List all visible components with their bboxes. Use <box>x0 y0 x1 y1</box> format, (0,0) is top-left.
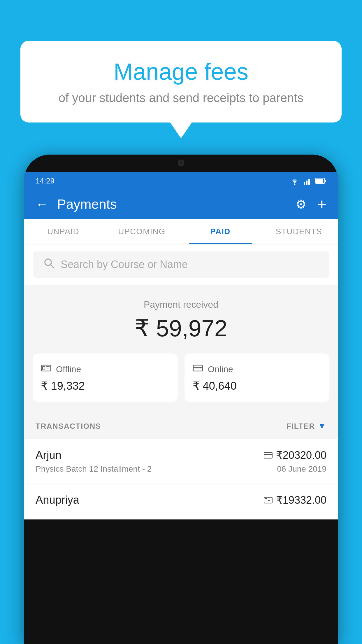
transactions-header: TRANSACTIONS FILTER ▼ <box>24 413 338 439</box>
svg-rect-16 <box>264 454 272 455</box>
tab-unpaid[interactable]: UNPAID <box>24 219 103 244</box>
svg-point-0 <box>294 184 296 185</box>
online-card-header: Online <box>193 363 321 375</box>
signal-icon <box>304 176 312 185</box>
speech-bubble-container: Manage fees of your students and send re… <box>20 41 342 123</box>
cash-icon <box>41 363 51 375</box>
transaction-date: 06 June 2019 <box>277 464 326 474</box>
svg-rect-10 <box>43 366 45 370</box>
table-row[interactable]: Anupriya ₹19332.00 <box>24 484 338 519</box>
payment-cards: Offline ₹ 19,332 <box>33 354 329 402</box>
table-row[interactable]: Arjun ₹20320.00 Physics Batch 12 Install… <box>24 439 338 484</box>
svg-line-8 <box>51 265 54 268</box>
svg-point-7 <box>45 259 51 265</box>
status-time: 14:29 <box>36 176 55 186</box>
transaction-course: Physics Batch 12 Installment - 2 <box>36 464 152 474</box>
main-content: Search by Course or Name Payment receive… <box>24 244 338 519</box>
back-button[interactable]: ← <box>36 197 48 211</box>
phone-top-bar <box>24 155 338 172</box>
online-label: Online <box>208 364 233 374</box>
svg-rect-18 <box>265 498 267 502</box>
settings-button[interactable]: ⚙ <box>296 197 307 211</box>
search-placeholder: Search by Course or Name <box>61 258 188 271</box>
svg-rect-17 <box>264 497 272 503</box>
search-bar[interactable]: Search by Course or Name <box>33 251 329 278</box>
svg-rect-14 <box>193 367 203 368</box>
svg-rect-2 <box>306 181 307 185</box>
header-title: Payments <box>57 196 287 212</box>
tab-students[interactable]: STUDENTS <box>260 219 338 244</box>
offline-label: Offline <box>56 364 81 374</box>
phone-notch <box>152 155 210 171</box>
search-icon <box>43 257 55 272</box>
transaction-top: Arjun ₹20320.00 <box>36 449 326 461</box>
tab-upcoming[interactable]: UPCOMING <box>103 219 181 244</box>
wifi-icon <box>289 176 300 185</box>
transaction-amount: ₹20320.00 <box>264 449 326 461</box>
card-icon <box>193 363 203 375</box>
phone-frame: 14:29 <box>24 155 338 644</box>
battery-icon <box>315 177 326 184</box>
svg-rect-6 <box>325 180 326 182</box>
card-payment-icon <box>264 452 273 459</box>
add-button[interactable]: + <box>317 195 326 213</box>
online-payment-card: Online ₹ 40,640 <box>184 354 329 402</box>
status-icons <box>289 176 326 185</box>
payment-total-amount: ₹ 59,972 <box>33 315 329 342</box>
payment-received-label: Payment received <box>33 299 329 310</box>
offline-payment-card: Offline ₹ 19,332 <box>33 354 178 402</box>
cash-payment-icon <box>264 497 273 504</box>
tab-bar: UNPAID UPCOMING PAID STUDENTS <box>24 219 338 244</box>
transaction-amount: ₹19332.00 <box>264 494 326 506</box>
svg-rect-1 <box>304 182 305 185</box>
app-header: ← Payments ⚙ + <box>24 190 338 219</box>
filter-icon: ▼ <box>318 421 326 431</box>
transaction-name: Arjun <box>36 449 61 461</box>
svg-rect-5 <box>316 179 323 183</box>
offline-card-header: Offline <box>41 363 169 375</box>
transactions-label: TRANSACTIONS <box>36 422 101 431</box>
speech-bubble: Manage fees of your students and send re… <box>20 41 342 123</box>
status-bar: 14:29 <box>24 172 338 190</box>
transaction-name: Anupriya <box>36 494 79 506</box>
transaction-bottom: Physics Batch 12 Installment - 2 06 June… <box>36 464 326 474</box>
online-amount: ₹ 40,640 <box>193 379 321 392</box>
transaction-top: Anupriya ₹19332.00 <box>36 494 326 506</box>
offline-amount: ₹ 19,332 <box>41 379 169 392</box>
filter-button[interactable]: FILTER ▼ <box>287 421 326 431</box>
bubble-subtitle: of your students and send receipts to pa… <box>38 91 324 105</box>
tab-paid[interactable]: PAID <box>181 219 260 244</box>
payment-summary: Payment received ₹ 59,972 <box>24 285 338 413</box>
header-icons: ⚙ + <box>296 195 326 213</box>
bubble-title: Manage fees <box>38 58 324 85</box>
phone-camera <box>178 160 184 166</box>
svg-rect-3 <box>308 179 310 185</box>
search-container: Search by Course or Name <box>24 244 338 285</box>
